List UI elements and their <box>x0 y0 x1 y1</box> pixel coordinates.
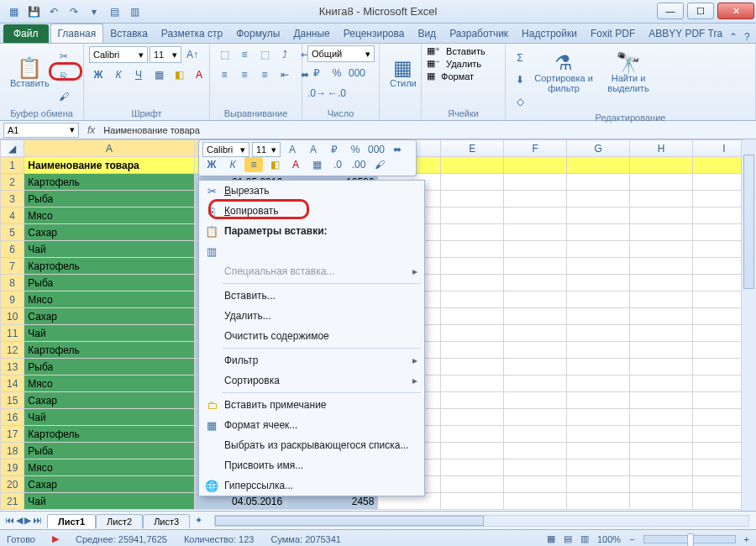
cell[interactable]: Рыба <box>24 275 194 291</box>
row-header[interactable]: 16 <box>1 409 24 426</box>
number-format-select[interactable]: Общий▾ <box>307 45 375 62</box>
fill-icon[interactable]: ◧ <box>170 66 188 84</box>
cell[interactable] <box>441 258 504 275</box>
ctx-sort[interactable]: Сортировка▸ <box>199 370 424 391</box>
qat-item-icon[interactable]: ▤ <box>106 3 123 20</box>
cell[interactable] <box>441 493 504 510</box>
cell[interactable] <box>630 443 693 459</box>
ctx-copy[interactable]: ⎘Копировать <box>199 201 424 221</box>
mini-font-select[interactable]: Calibri▾ <box>202 142 249 157</box>
row-header[interactable]: 13 <box>1 359 24 375</box>
row-header[interactable]: 19 <box>1 459 24 476</box>
align-top-icon[interactable]: ⬚ <box>215 45 234 64</box>
cell[interactable] <box>567 157 630 174</box>
cell[interactable] <box>567 275 630 291</box>
currency-icon[interactable]: ₽ <box>307 64 326 82</box>
cell[interactable] <box>441 426 504 443</box>
row-header[interactable]: 8 <box>1 275 24 291</box>
cell[interactable]: Мясо <box>24 459 194 476</box>
cell[interactable] <box>567 224 630 241</box>
cell[interactable] <box>504 191 567 207</box>
zoom-level[interactable]: 100% <box>597 534 621 544</box>
cell[interactable] <box>441 476 504 493</box>
cell[interactable] <box>567 207 630 224</box>
col-header-f[interactable]: F <box>504 140 567 157</box>
sum-icon[interactable]: Σ <box>511 49 529 67</box>
cell[interactable] <box>504 459 567 476</box>
cell[interactable] <box>441 174 504 191</box>
cell[interactable]: Сахар <box>24 224 194 241</box>
cell[interactable]: Рыба <box>24 443 194 459</box>
mini-fill-icon[interactable]: ◧ <box>265 157 284 172</box>
tab-addins[interactable]: Надстройки <box>515 24 584 43</box>
ctx-insert[interactable]: Вставить... <box>199 286 424 306</box>
align-right-icon[interactable]: ≡ <box>255 66 274 84</box>
mini-border-icon[interactable]: ▦ <box>307 157 326 172</box>
sheet-nav-next-icon[interactable]: ▶ <box>24 515 31 526</box>
cell[interactable]: Сахар <box>24 392 194 409</box>
row-header[interactable]: 11 <box>1 325 24 342</box>
new-sheet-icon[interactable]: ✦ <box>190 515 207 526</box>
cell[interactable] <box>441 275 504 291</box>
comma-icon[interactable]: 000 <box>348 64 366 82</box>
cell[interactable] <box>567 308 630 325</box>
cell[interactable] <box>630 241 693 258</box>
cell[interactable] <box>504 291 567 308</box>
zoom-in-icon[interactable]: + <box>744 534 749 544</box>
cell[interactable]: Чай <box>24 493 194 510</box>
col-header-a[interactable]: A <box>24 140 194 157</box>
cell[interactable] <box>441 375 504 392</box>
cell[interactable] <box>567 241 630 258</box>
tab-review[interactable]: Рецензирова <box>337 24 412 43</box>
cell[interactable] <box>441 207 504 224</box>
zoom-slider[interactable] <box>643 535 736 543</box>
col-header-e[interactable]: E <box>441 140 504 157</box>
cell[interactable] <box>504 443 567 459</box>
cell[interactable] <box>504 275 567 291</box>
help-icon[interactable]: ? <box>744 31 750 43</box>
ctx-hyperlink[interactable]: 🌐Гиперссылка... <box>199 475 424 496</box>
align-left-icon[interactable]: ≡ <box>215 66 234 84</box>
tab-formulas[interactable]: Формулы <box>229 24 286 43</box>
cells-format-button[interactable]: ▦ Формат <box>427 71 474 81</box>
col-header-g[interactable]: G <box>567 140 630 157</box>
underline-icon[interactable]: Ч <box>129 66 148 84</box>
cell[interactable]: Картофель <box>24 174 194 191</box>
cell[interactable] <box>630 493 693 510</box>
align-mid-icon[interactable]: ≡ <box>235 45 254 64</box>
row-header[interactable]: 17 <box>1 426 24 443</box>
cell[interactable] <box>504 308 567 325</box>
row-header[interactable]: 9 <box>1 291 24 308</box>
cell[interactable] <box>504 409 567 426</box>
font-name-select[interactable]: Calibri▾ <box>89 46 148 63</box>
border-icon[interactable]: ▦ <box>150 66 168 84</box>
cell[interactable] <box>441 459 504 476</box>
mini-painter-icon[interactable]: 🖌 <box>370 157 389 172</box>
scrollbar-thumb[interactable] <box>215 516 484 526</box>
cell[interactable] <box>504 325 567 342</box>
select-all-corner[interactable]: ◢ <box>1 140 24 157</box>
scrollbar-thumb[interactable] <box>743 155 754 289</box>
spreadsheet-grid[interactable]: ◢ A B C D E F G H I 1 Наименование товар… <box>0 139 756 511</box>
cell[interactable] <box>441 291 504 308</box>
cell[interactable]: Мясо <box>24 291 194 308</box>
cell[interactable]: Чай <box>24 241 194 258</box>
cell[interactable] <box>567 459 630 476</box>
mini-color-icon[interactable]: A <box>286 157 305 172</box>
row-header[interactable]: 4 <box>1 207 24 224</box>
qat-item2-icon[interactable]: ▥ <box>126 3 143 20</box>
cell[interactable] <box>504 359 567 375</box>
cell[interactable] <box>630 325 693 342</box>
sheet-nav-last-icon[interactable]: ⏭ <box>33 515 42 526</box>
cells-insert-button[interactable]: ▦⁺ Вставить <box>427 45 486 56</box>
cell[interactable]: Рыба <box>24 359 194 375</box>
cell[interactable] <box>630 258 693 275</box>
cell[interactable] <box>567 359 630 375</box>
cell[interactable] <box>567 493 630 510</box>
cell[interactable]: Чай <box>24 409 194 426</box>
mini-italic-icon[interactable]: К <box>223 157 242 172</box>
inc-decimal-icon[interactable]: .0→ <box>307 84 326 102</box>
cell[interactable] <box>441 241 504 258</box>
close-button[interactable]: ✕ <box>717 3 754 19</box>
mini-grow-icon[interactable]: A <box>283 142 302 157</box>
